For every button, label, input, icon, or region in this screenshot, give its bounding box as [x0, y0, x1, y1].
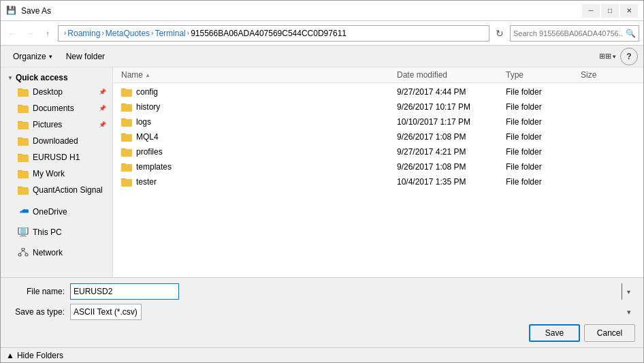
name-column-header[interactable]: Name ▲	[121, 70, 397, 80]
folder-row-icon	[121, 87, 132, 97]
main-area: ▼ Quick access Desktop 📌 Documents	[1, 67, 643, 277]
pin-icon-pics: 📌	[99, 121, 106, 128]
save-button[interactable]: Save	[529, 324, 580, 342]
up-button[interactable]: ↑	[40, 26, 55, 41]
thispc-label: This PC	[33, 227, 62, 237]
view-button[interactable]: ⊞⊞ ▾	[595, 48, 620, 65]
breadcrumb-roaming[interactable]: Roaming	[67, 29, 100, 38]
breadcrumb-arrow-1: ›	[101, 29, 103, 37]
size-column-header[interactable]: Size	[581, 70, 635, 80]
organize-button[interactable]: Organize ▾	[6, 48, 59, 65]
filename-label: File name:	[9, 287, 70, 296]
folder-row-icon	[121, 177, 132, 187]
file-name-text: logs	[136, 117, 151, 127]
sidebar-item-quantaction[interactable]: QuantAction Signal	[1, 182, 112, 198]
onedrive-icon	[18, 208, 29, 216]
file-type-cell: File folder	[506, 132, 581, 142]
bottom-section: File name: ▾ Save as type: ASCII Text (*…	[1, 277, 643, 347]
file-type-cell: File folder	[506, 102, 581, 112]
filename-dropdown-arrow[interactable]: ▾	[622, 283, 635, 300]
dialog-title: Save As	[21, 6, 51, 16]
file-name-cell: tester	[121, 177, 397, 187]
date-column-header[interactable]: Date modified	[397, 70, 506, 80]
quantaction-icon	[18, 185, 29, 195]
sidebar-item-network[interactable]: Network	[1, 244, 112, 261]
sidebar-item-mywork[interactable]: My Work	[1, 165, 112, 182]
toolbar: Organize ▾ New folder ⊞⊞ ▾ ?	[1, 46, 643, 67]
file-date-cell: 9/26/2017 10:17 PM	[397, 102, 506, 112]
file-date-cell: 9/27/2017 4:44 PM	[397, 87, 506, 97]
svg-rect-47	[121, 164, 132, 171]
folder-icon	[18, 87, 29, 97]
folder-row-icon	[121, 147, 132, 157]
sidebar-item-desktop[interactable]: Desktop 📌	[1, 84, 112, 100]
file-name-cell: logs	[121, 117, 397, 127]
close-button[interactable]: ✕	[620, 4, 638, 18]
breadcrumb-arrow-2: ›	[151, 29, 153, 37]
type-column-header[interactable]: Type	[506, 70, 581, 80]
cancel-button[interactable]: Cancel	[584, 324, 635, 342]
help-button[interactable]: ?	[620, 48, 638, 65]
minimize-button[interactable]: ─	[582, 4, 600, 18]
table-row[interactable]: history 9/26/2017 10:17 PM File folder	[113, 99, 643, 114]
saveastype-row: Save as type: ASCII Text (*.csv)	[9, 304, 635, 320]
file-name-cell: config	[121, 87, 397, 97]
quick-access-header[interactable]: ▼ Quick access	[1, 70, 112, 84]
file-name-text: profiles	[136, 147, 163, 157]
breadcrumb-terminal[interactable]: Terminal	[155, 29, 185, 38]
onedrive-label: OneDrive	[33, 207, 67, 217]
organize-label: Organize	[13, 52, 46, 61]
sidebar-item-onedrive[interactable]: OneDrive	[1, 204, 112, 220]
hide-folders-bar[interactable]: ▲ Hide Folders	[1, 347, 643, 362]
folder-row-icon	[121, 132, 132, 142]
sidebar-item-downloaded[interactable]: Downloaded	[1, 133, 112, 149]
network-label: Network	[33, 248, 63, 257]
file-name-cell: templates	[121, 162, 397, 172]
eurusd-icon	[18, 153, 29, 162]
table-row[interactable]: logs 10/10/2017 1:17 PM File folder	[113, 114, 643, 129]
filename-input[interactable]	[70, 283, 179, 300]
svg-rect-23	[21, 234, 25, 236]
file-name-text: tester	[136, 177, 157, 187]
svg-rect-17	[18, 171, 29, 178]
desktop-label: Desktop	[33, 87, 63, 97]
new-folder-button[interactable]: New folder	[59, 48, 112, 65]
sidebar-item-documents[interactable]: Documents 📌	[1, 100, 112, 116]
dialog-icon: 💾	[6, 5, 17, 16]
new-folder-label: New folder	[66, 52, 105, 61]
table-row[interactable]: config 9/27/2017 4:44 PM File folder	[113, 84, 643, 99]
svg-rect-41	[121, 134, 132, 141]
file-date-cell: 10/10/2017 1:17 PM	[397, 117, 506, 127]
search-input[interactable]	[513, 29, 623, 37]
date-header-label: Date modified	[397, 70, 447, 80]
back-button[interactable]: ←	[5, 26, 20, 41]
maximize-button[interactable]: □	[601, 4, 619, 18]
forward-button[interactable]: →	[22, 26, 37, 41]
table-row[interactable]: templates 9/26/2017 1:08 PM File folder	[113, 159, 643, 174]
svg-rect-50	[121, 179, 132, 186]
sidebar-item-pictures[interactable]: Pictures 📌	[1, 116, 112, 133]
breadcrumb-bar[interactable]: › Roaming › MetaQuotes › Terminal › 9155…	[58, 25, 489, 42]
breadcrumb-current: 915566BA06ADA407569C544CC0D97611	[191, 29, 347, 38]
file-name-text: history	[136, 102, 160, 112]
documents-icon	[18, 104, 29, 113]
file-type-cell: File folder	[506, 177, 581, 187]
refresh-button[interactable]: ↻	[492, 26, 507, 41]
table-row[interactable]: tester 10/4/2017 1:35 PM File folder	[113, 174, 643, 189]
sidebar-item-eurusd[interactable]: EURUSD H1	[1, 149, 112, 165]
saveastype-select[interactable]: ASCII Text (*.csv)	[70, 304, 142, 320]
sidebar-item-thispc[interactable]: This PC	[1, 224, 112, 240]
window-controls: ─ □ ✕	[582, 4, 638, 18]
mywork-icon	[18, 169, 29, 178]
quick-access-label: Quick access	[16, 73, 68, 82]
pin-icon-desktop: 📌	[99, 89, 106, 95]
name-header-label: Name	[121, 70, 143, 80]
pin-icon-docs: 📌	[99, 105, 106, 112]
mywork-label: My Work	[33, 169, 65, 178]
saveastype-label: Save as type:	[9, 307, 70, 317]
table-row[interactable]: MQL4 9/26/2017 1:08 PM File folder	[113, 129, 643, 144]
breadcrumb-metaquotes[interactable]: MetaQuotes	[106, 29, 150, 38]
folder-row-icon	[121, 162, 132, 172]
file-list: config 9/27/2017 4:44 PM File folder his…	[113, 83, 643, 277]
table-row[interactable]: profiles 9/27/2017 4:21 PM File folder	[113, 144, 643, 159]
